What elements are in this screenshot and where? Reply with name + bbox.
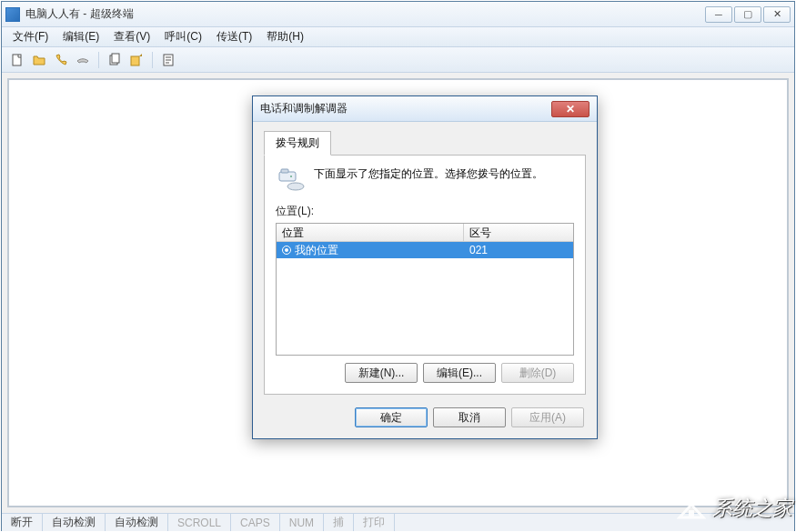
phone-modem-dialog: 电话和调制解调器 ✕ 拨号规则 下面显示了您指定的位置。选择您拨号的位置。 位置… xyxy=(252,95,598,439)
toolbar-separator-2 xyxy=(152,52,153,68)
dialog-description: 下面显示了您指定的位置。选择您拨号的位置。 xyxy=(314,166,543,182)
column-location[interactable]: 位置 xyxy=(277,224,464,241)
menu-view[interactable]: 查看(V) xyxy=(106,27,157,46)
svg-rect-0 xyxy=(13,55,21,65)
status-connection: 断开 xyxy=(2,514,43,531)
send-icon[interactable] xyxy=(105,50,125,70)
maximize-button[interactable]: ▢ xyxy=(734,6,761,23)
svg-rect-7 xyxy=(281,169,288,173)
status-capture: 捕 xyxy=(324,514,354,531)
receive-icon[interactable] xyxy=(126,50,146,70)
watermark-text: 系统之家 xyxy=(712,495,792,522)
status-autodetect-1: 自动检测 xyxy=(43,514,106,531)
properties-icon[interactable] xyxy=(158,50,178,70)
svg-rect-2 xyxy=(112,54,119,63)
titlebar: 电脑人人有 - 超级终端 ─ ▢ ✕ xyxy=(2,2,794,27)
ok-button[interactable]: 确定 xyxy=(355,407,428,427)
call-icon[interactable] xyxy=(51,50,71,70)
watermark-icon xyxy=(676,490,707,527)
description-row: 下面显示了您指定的位置。选择您拨号的位置。 xyxy=(276,166,574,195)
new-file-icon[interactable] xyxy=(7,50,27,70)
edit-button[interactable]: 编辑(E)... xyxy=(423,363,496,383)
minimize-button[interactable]: ─ xyxy=(705,6,732,23)
tab-header: 拨号规则 xyxy=(264,131,586,156)
modem-icon xyxy=(276,166,305,195)
svg-rect-9 xyxy=(689,510,694,517)
status-scroll: SCROLL xyxy=(168,514,231,531)
dialog-titlebar: 电话和调制解调器 ✕ xyxy=(253,96,597,122)
tab-panel: 下面显示了您指定的位置。选择您拨号的位置。 位置(L): 位置 区号 我的位置 … xyxy=(264,156,586,395)
status-autodetect-2: 自动检测 xyxy=(106,514,168,531)
location-label: 位置(L): xyxy=(276,204,574,219)
menu-help[interactable]: 帮助(H) xyxy=(259,27,311,46)
dialog-footer: 确定 取消 应用(A) xyxy=(253,398,597,438)
list-header: 位置 区号 xyxy=(277,224,573,242)
row-location-name: 我的位置 xyxy=(295,243,338,258)
hangup-icon[interactable] xyxy=(73,50,93,70)
status-caps: CAPS xyxy=(231,514,280,531)
location-list[interactable]: 位置 区号 我的位置 021 xyxy=(276,223,574,356)
window-controls: ─ ▢ ✕ xyxy=(705,6,791,23)
toolbar xyxy=(2,47,794,73)
close-button[interactable]: ✕ xyxy=(763,6,791,23)
status-num: NUM xyxy=(280,514,324,531)
open-file-icon[interactable] xyxy=(29,50,49,70)
menu-file[interactable]: 文件(F) xyxy=(5,27,55,46)
watermark: 系统之家 xyxy=(676,490,792,527)
delete-button: 删除(D) xyxy=(501,363,574,383)
dialog-close-button[interactable]: ✕ xyxy=(551,101,589,117)
cancel-button[interactable]: 取消 xyxy=(433,407,506,427)
row-area-code: 021 xyxy=(464,242,573,258)
menu-call[interactable]: 呼叫(C) xyxy=(157,27,209,46)
dialog-body: 拨号规则 下面显示了您指定的位置。选择您拨号的位置。 位置(L): 位置 xyxy=(253,122,597,398)
status-print: 打印 xyxy=(354,514,395,531)
location-row[interactable]: 我的位置 021 xyxy=(277,242,573,258)
new-button[interactable]: 新建(N)... xyxy=(345,363,418,383)
app-icon xyxy=(5,7,20,22)
window-title: 电脑人人有 - 超级终端 xyxy=(25,6,134,22)
dialog-title: 电话和调制解调器 xyxy=(260,101,348,116)
menubar: 文件(F) 编辑(E) 查看(V) 呼叫(C) 传送(T) 帮助(H) xyxy=(2,27,794,47)
selected-indicator-icon xyxy=(282,246,291,255)
svg-point-8 xyxy=(290,176,292,177)
tab-dialing-rules[interactable]: 拨号规则 xyxy=(264,131,331,156)
svg-point-5 xyxy=(287,183,304,190)
svg-rect-3 xyxy=(131,56,139,65)
list-buttons: 新建(N)... 编辑(E)... 删除(D) xyxy=(276,363,574,383)
menu-transfer[interactable]: 传送(T) xyxy=(209,27,259,46)
menu-edit[interactable]: 编辑(E) xyxy=(55,27,106,46)
apply-button: 应用(A) xyxy=(511,407,584,427)
toolbar-separator xyxy=(98,52,99,68)
svg-point-10 xyxy=(697,497,702,502)
column-area[interactable]: 区号 xyxy=(464,224,573,241)
